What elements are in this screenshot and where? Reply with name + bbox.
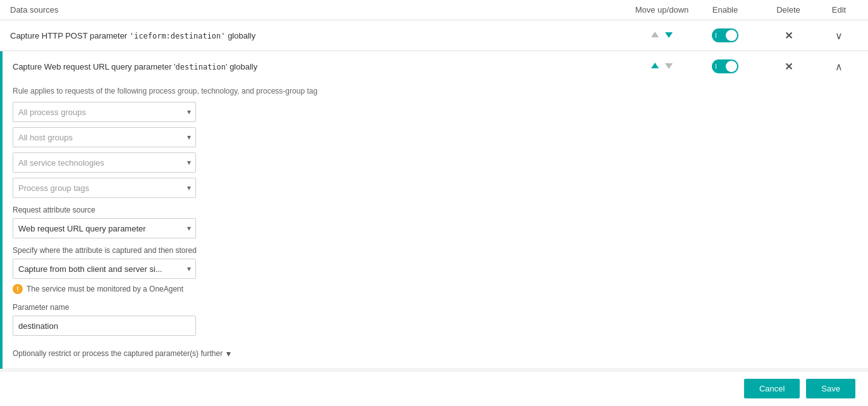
delete-column-header: Delete bbox=[757, 5, 820, 15]
toggle-circle-row2 bbox=[726, 61, 737, 72]
service-technologies-dropdown-row: All service technologies ▾ bbox=[13, 152, 858, 173]
request-attr-source-wrapper: Web request URL query parameter ▾ bbox=[13, 218, 196, 238]
process-groups-select[interactable]: All process groups bbox=[13, 102, 196, 122]
rule-row-http-post: Capture HTTP POST parameter 'iceform:des… bbox=[0, 20, 868, 51]
delete-button-row1[interactable]: ✕ bbox=[785, 30, 793, 42]
rule-row-url-query: Capture Web request URL query parameter … bbox=[0, 51, 868, 369]
optional-chevron-icon: ▾ bbox=[226, 348, 231, 359]
enable-toggle-col-row2: I bbox=[694, 59, 757, 73]
move-arrows-row1 bbox=[630, 29, 694, 42]
capture-wrapper: Capture from both client and server si..… bbox=[13, 259, 196, 279]
info-text: The service must be monitored by a OneAg… bbox=[27, 285, 183, 293]
host-groups-select[interactable]: All host groups bbox=[13, 127, 196, 147]
capture-label: Specify where the attribute is captured … bbox=[13, 246, 858, 255]
rule-subtitle: Rule applies to requests of the followin… bbox=[13, 87, 858, 95]
service-technologies-wrapper: All service technologies ▾ bbox=[13, 152, 196, 173]
table-header: Data sources Move up/down Enable Delete … bbox=[0, 0, 868, 20]
datasources-column-header: Data sources bbox=[10, 5, 630, 15]
request-attr-source-select[interactable]: Web request URL query parameter bbox=[13, 218, 196, 238]
info-icon: ! bbox=[13, 284, 23, 294]
footer: Cancel Save bbox=[0, 371, 868, 406]
process-groups-wrapper: All process groups ▾ bbox=[13, 102, 196, 122]
delete-col-row2: ✕ bbox=[757, 61, 820, 73]
edit-column-header: Edit bbox=[820, 5, 858, 15]
service-technologies-select[interactable]: All service technologies bbox=[13, 152, 196, 173]
process-groups-dropdown-row: All process groups ▾ bbox=[13, 102, 858, 122]
move-up-button-row2[interactable] bbox=[649, 60, 661, 73]
request-attr-source-dropdown-row: Web request URL query parameter ▾ bbox=[13, 218, 858, 238]
row-accent bbox=[0, 51, 3, 369]
move-column-header: Move up/down bbox=[630, 5, 694, 15]
optional-restrict-row[interactable]: Optionally restrict or process the captu… bbox=[13, 348, 858, 359]
move-down-button-row1[interactable] bbox=[663, 29, 675, 42]
process-group-tags-select[interactable]: Process group tags bbox=[13, 178, 196, 198]
move-up-button-row1[interactable] bbox=[649, 29, 661, 42]
move-down-button-row2[interactable] bbox=[663, 60, 675, 73]
rule-title-http-post: Capture HTTP POST parameter 'iceform:des… bbox=[10, 31, 630, 40]
param-name-input[interactable] bbox=[13, 316, 196, 336]
process-group-tags-dropdown-row: Process group tags ▾ bbox=[13, 178, 858, 198]
capture-dropdown-row: Capture from both client and server si..… bbox=[13, 259, 858, 279]
enable-column-header: Enable bbox=[694, 5, 757, 15]
delete-button-row2[interactable]: ✕ bbox=[785, 61, 793, 73]
svg-marker-2 bbox=[651, 63, 659, 68]
enable-toggle-col-row1: I bbox=[694, 28, 757, 42]
collapse-button-row2[interactable]: ∧ bbox=[835, 61, 843, 73]
expand-button-row1[interactable]: ∨ bbox=[835, 30, 843, 42]
svg-marker-0 bbox=[651, 32, 659, 37]
enable-toggle-row2[interactable]: I bbox=[712, 59, 738, 73]
toggle-circle-row1 bbox=[726, 30, 737, 41]
rule-title-url-query: Capture Web request URL query parameter … bbox=[13, 62, 630, 71]
svg-marker-3 bbox=[665, 63, 673, 69]
edit-col-row2: ∧ bbox=[820, 61, 858, 73]
info-row: ! The service must be monitored by a One… bbox=[13, 284, 858, 294]
move-arrows-row2 bbox=[630, 60, 694, 73]
delete-col-row1: ✕ bbox=[757, 30, 820, 42]
edit-col-row1: ∨ bbox=[820, 30, 858, 42]
enable-toggle-row1[interactable]: I bbox=[712, 28, 738, 42]
host-groups-wrapper: All host groups ▾ bbox=[13, 127, 196, 147]
param-name-label: Parameter name bbox=[13, 303, 858, 312]
host-groups-dropdown-row: All host groups ▾ bbox=[13, 127, 858, 147]
optional-label: Optionally restrict or process the captu… bbox=[13, 349, 223, 358]
svg-marker-1 bbox=[665, 32, 673, 38]
request-attr-source-label: Request attribute source bbox=[13, 206, 858, 214]
process-group-tags-wrapper: Process group tags ▾ bbox=[13, 178, 196, 198]
save-button[interactable]: Save bbox=[806, 379, 855, 398]
capture-select[interactable]: Capture from both client and server si..… bbox=[13, 259, 196, 279]
cancel-button[interactable]: Cancel bbox=[744, 379, 800, 398]
